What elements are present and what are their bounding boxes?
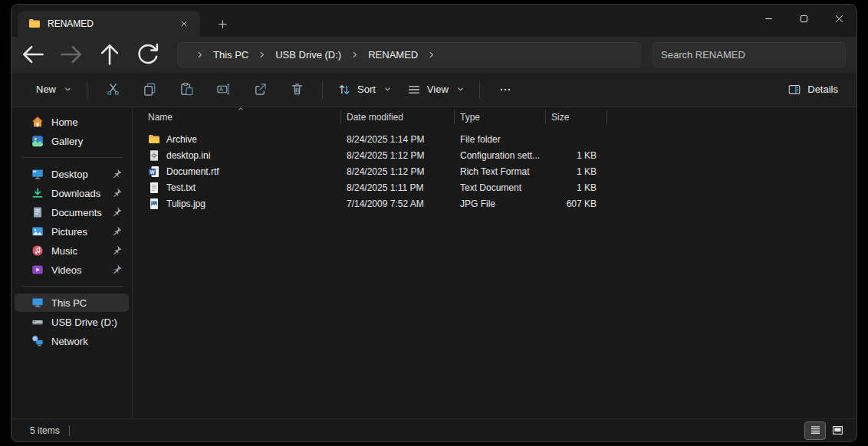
chevron-right-icon	[193, 51, 206, 59]
sidebar-item-gallery[interactable]: Gallery	[15, 132, 129, 150]
back-button[interactable]	[19, 41, 47, 67]
details-view-toggle[interactable]	[805, 422, 825, 439]
file-type: Configuration sett...	[455, 150, 546, 161]
file-type: JPG File	[455, 198, 546, 209]
sidebar-item-desktop[interactable]: Desktop	[15, 165, 129, 183]
paste-button[interactable]	[171, 77, 202, 103]
downloads-icon	[31, 187, 44, 199]
file-name: Archive	[166, 134, 197, 145]
pin-icon	[110, 187, 123, 199]
file-row-tulips-jpg[interactable]: Tulips.jpg7/14/2009 7:52 AMJPG File607 K…	[146, 195, 856, 212]
cut-button[interactable]	[97, 77, 128, 103]
tab-close-button[interactable]	[176, 15, 192, 32]
sidebar-item-documents[interactable]: Documents	[15, 203, 129, 221]
file-row-desktop-ini[interactable]: desktop.ini8/24/2025 1:12 PMConfiguratio…	[146, 147, 856, 163]
column-header-date-modified[interactable]: Date modified	[341, 110, 455, 124]
minimize-button[interactable]	[751, 5, 786, 32]
large-thumbnails-view-toggle[interactable]	[827, 422, 847, 439]
new-tab-button[interactable]	[211, 13, 234, 34]
sidebar-item-music[interactable]: Music	[15, 241, 129, 260]
file-name-cell: Test.txt	[146, 182, 341, 194]
sidebar-item-label: Downloads	[51, 188, 103, 199]
new-button[interactable]: New	[22, 79, 80, 100]
address-bar[interactable]: This PCUSB Drive (D:)RENAMED	[177, 42, 641, 67]
sidebar-item-usb-drive-d[interactable]: USB Drive (D:)	[15, 313, 129, 331]
sidebar-item-videos[interactable]: Videos	[15, 261, 129, 279]
sidebar-separator	[22, 157, 123, 158]
window-controls	[751, 5, 856, 32]
sidebar-item-label: Videos	[51, 264, 103, 276]
sidebar-item-label: This PC	[51, 297, 129, 309]
see-more-button[interactable]	[490, 77, 521, 103]
file-type: Rich Text Format	[455, 166, 546, 177]
sort-icon	[337, 83, 351, 97]
this-pc-icon	[31, 297, 44, 309]
chevron-down-icon	[64, 85, 72, 93]
breadcrumb-item-this-pc[interactable]: This PC	[206, 47, 255, 63]
up-button[interactable]	[96, 41, 123, 67]
column-header-size[interactable]: Size	[546, 110, 607, 124]
view-button[interactable]: View	[399, 78, 472, 101]
file-row-test-txt[interactable]: Test.txt8/24/2025 1:11 PMText Document1 …	[146, 179, 856, 195]
network-icon	[31, 335, 44, 347]
close-button[interactable]	[821, 5, 856, 32]
usb-drive-icon	[31, 316, 44, 328]
breadcrumb: This PCUSB Drive (D:)RENAMED	[193, 47, 438, 63]
sidebar-item-label: Home	[51, 116, 129, 128]
file-name-cell: Tulips.jpg	[146, 198, 341, 210]
file-name: Tulips.jpg	[166, 198, 205, 209]
file-name-cell: Archive	[146, 133, 341, 146]
details-button-label: Details	[807, 84, 838, 95]
titlebar: RENAMED	[12, 5, 856, 37]
sidebar-item-network[interactable]: Network	[15, 332, 129, 350]
file-name-cell: desktop.ini	[146, 149, 341, 162]
view-icon	[407, 83, 421, 97]
sort-button[interactable]: Sort	[330, 78, 399, 101]
txt-icon	[148, 182, 160, 194]
folder-icon	[148, 133, 160, 146]
file-size: 1 KB	[546, 182, 597, 193]
chevron-right-icon	[348, 51, 361, 59]
file-date-modified: 8/24/2025 1:12 PM	[341, 150, 455, 161]
pin-icon	[110, 264, 123, 276]
column-label: Type	[460, 112, 480, 123]
navigation-pane: HomeGallery DesktopDownloadsDocumentsPic…	[12, 107, 133, 418]
forward-button[interactable]	[58, 41, 85, 67]
file-type: File folder	[455, 134, 546, 145]
home-icon	[31, 116, 44, 128]
command-toolbar: New A Sort View Details	[12, 72, 856, 107]
file-date-modified: 7/14/2009 7:52 AM	[341, 198, 455, 209]
svg-text:A: A	[219, 87, 223, 93]
explorer-tab[interactable]: RENAMED	[18, 11, 200, 37]
sidebar-item-downloads[interactable]: Downloads	[15, 184, 129, 202]
refresh-button[interactable]	[134, 41, 162, 67]
copy-button[interactable]	[134, 77, 165, 103]
column-header-name[interactable]: Name	[146, 110, 341, 124]
sidebar-item-this-pc[interactable]: This PC	[15, 294, 129, 312]
chevron-down-icon	[456, 85, 465, 93]
file-row-archive[interactable]: Archive8/24/2025 1:14 PMFile folder	[146, 131, 856, 147]
share-button[interactable]	[245, 77, 275, 103]
sidebar-item-home[interactable]: Home	[15, 113, 129, 131]
delete-button[interactable]	[281, 77, 312, 103]
breadcrumb-item-renamed[interactable]: RENAMED	[361, 47, 425, 63]
column-label: Size	[551, 112, 569, 123]
file-date-modified: 8/24/2025 1:11 PM	[341, 182, 455, 193]
sidebar-item-label: Music	[51, 245, 103, 257]
gallery-icon	[31, 135, 44, 147]
view-button-label: View	[427, 84, 449, 95]
column-header-type[interactable]: Type	[455, 110, 546, 124]
search-input[interactable]	[661, 49, 837, 61]
videos-icon	[31, 264, 44, 276]
details-pane-button[interactable]: Details	[780, 78, 846, 101]
file-name-cell: WDocument.rtf	[146, 166, 341, 178]
maximize-button[interactable]	[786, 5, 821, 32]
file-row-document-rtf[interactable]: WDocument.rtf8/24/2025 1:12 PMRich Text …	[146, 163, 856, 179]
rename-button[interactable]: A	[208, 77, 238, 103]
pin-icon	[110, 206, 123, 218]
file-explorer-window: RENAMED This PCUSB Drive (D:)RENAMED New	[11, 4, 857, 442]
breadcrumb-item-usb-drive-d[interactable]: USB Drive (D:)	[268, 47, 348, 63]
pictures-icon	[31, 225, 44, 238]
sidebar-item-pictures[interactable]: Pictures	[15, 222, 129, 241]
sort-ascending-icon	[237, 107, 245, 115]
